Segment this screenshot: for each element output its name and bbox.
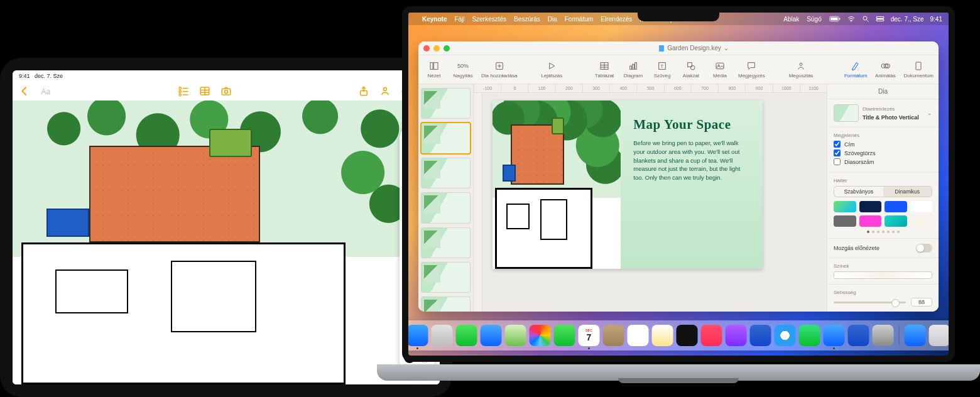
ipad-date: dec. 7. Sze	[35, 73, 63, 79]
dock-keynote[interactable]	[824, 325, 845, 346]
chk-slidenum[interactable]: Diasorszám	[834, 158, 932, 165]
notes-canvas[interactable]	[13, 101, 440, 384]
tb-text[interactable]: T Szöveg	[651, 60, 673, 79]
menu-format[interactable]: Formátum	[565, 16, 594, 23]
bg-swatch-7[interactable]	[910, 215, 933, 227]
doc-icon	[658, 45, 665, 52]
ipad-screen: 9:41 dec. 7. Sze Aa	[13, 70, 440, 384]
tb-chart[interactable]: Diagram	[623, 60, 644, 79]
speed-value[interactable]: 88	[911, 298, 932, 307]
back-icon[interactable]	[19, 85, 30, 97]
search-icon[interactable]	[862, 15, 869, 23]
slide-canvas-area[interactable]: -1000 100200 300400 500600 700800 900100…	[474, 84, 827, 312]
menu-help[interactable]: Súgó	[807, 16, 821, 23]
thumb-6[interactable]	[421, 262, 471, 293]
speed-slider[interactable]	[834, 302, 906, 303]
bg-swatch-3[interactable]	[910, 201, 933, 212]
inspector-tab-slide[interactable]: Dia	[827, 84, 939, 99]
tb-comment[interactable]: Megjegyzés	[738, 60, 765, 79]
app-name[interactable]: Keynote	[422, 16, 447, 23]
checklist-icon[interactable]	[178, 85, 189, 97]
bg-swatch-2[interactable]	[885, 201, 907, 212]
dock-messages[interactable]	[456, 325, 477, 346]
dock-calendar[interactable]: DEC7	[579, 325, 600, 346]
camera-icon[interactable]	[220, 85, 232, 97]
tb-animate[interactable]: Animálás	[874, 60, 896, 79]
menu-insert[interactable]: Beszúrás	[514, 16, 540, 23]
motion-preview-toggle[interactable]	[916, 244, 932, 253]
menu-arrange[interactable]: Elrendezés	[601, 16, 632, 23]
minimize-button[interactable]	[433, 45, 440, 52]
slide-layout-picker[interactable]: Diaelrendezés Title & Photo Vertical ⌄	[834, 104, 932, 122]
mac-screen: Keynote Fájl Szerkesztés Beszúrás Dia Fo…	[402, 6, 955, 362]
dock-maps[interactable]	[505, 325, 526, 346]
dock-safari[interactable]	[775, 325, 796, 346]
chevron-down-icon[interactable]: ⌄	[724, 45, 729, 52]
bg-swatch-1[interactable]	[859, 201, 882, 212]
menu-slide[interactable]: Dia	[548, 16, 557, 23]
macbook-device: Keynote Fájl Szerkesztés Beszúrás Dia Fo…	[377, 0, 980, 397]
menu-file[interactable]: Fájl	[454, 16, 464, 23]
dock-launchpad[interactable]	[432, 325, 453, 346]
bg-swatch-6[interactable]	[885, 215, 907, 227]
bg-swatch-5[interactable]	[859, 215, 882, 227]
tb-play[interactable]: Lejátszás	[541, 60, 562, 79]
dock-podcasts[interactable]	[726, 325, 747, 346]
slide[interactable]: Map Your Space Before we bring pen to pa…	[493, 101, 763, 269]
svg-rect-58	[716, 63, 724, 68]
tb-collab[interactable]: Megosztás	[789, 60, 814, 79]
slide-navigator[interactable]	[418, 84, 474, 312]
svg-text:T: T	[660, 63, 663, 69]
svg-rect-39	[876, 17, 884, 19]
dock-finder[interactable]	[407, 325, 428, 346]
svg-point-16	[225, 90, 228, 94]
slide-body[interactable]: Before we bring pen to paper, we'll walk…	[633, 139, 750, 182]
tb-view[interactable]: Nézet	[423, 60, 445, 79]
bg-mode-segment[interactable]: Szabványos Dinamikus	[834, 186, 932, 197]
dock-reminders[interactable]	[628, 325, 649, 346]
menu-edit[interactable]: Szerkesztés	[472, 16, 506, 23]
dock-notes[interactable]	[652, 325, 673, 346]
tb-shape[interactable]: Alakzat	[680, 60, 702, 79]
thumb-3[interactable]	[421, 158, 471, 188]
close-button[interactable]	[423, 45, 430, 52]
text-style-icon[interactable]: Aa	[40, 85, 52, 97]
colors-gradient[interactable]	[834, 271, 932, 279]
thumb-7[interactable]	[421, 296, 471, 312]
chk-title[interactable]: Cím	[834, 141, 932, 148]
menu-window[interactable]: Ablak	[783, 16, 799, 23]
dock-contacts[interactable]	[603, 325, 624, 346]
dock-downloads[interactable]	[905, 325, 926, 346]
tb-document[interactable]: Dokumentum	[903, 60, 934, 79]
control-center-icon[interactable]	[876, 16, 885, 22]
dock-tv[interactable]	[677, 325, 698, 346]
tb-table[interactable]: Táblázat	[594, 60, 615, 79]
chk-body[interactable]: Szövegtörzs	[834, 150, 932, 156]
dock-appstore[interactable]	[848, 325, 869, 346]
tb-media[interactable]: Média	[709, 60, 731, 79]
menubar-time: 9:41	[930, 16, 942, 23]
slide-title[interactable]: Map Your Space	[633, 117, 750, 133]
thumb-2[interactable]	[421, 122, 471, 153]
dock-facetime[interactable]	[554, 325, 575, 346]
dock-trash[interactable]	[929, 325, 950, 346]
swatch-pager[interactable]	[834, 231, 932, 233]
tb-zoom[interactable]: 50% Nagyítás	[452, 60, 474, 79]
dock-settings[interactable]	[873, 325, 894, 346]
dock-music[interactable]	[701, 325, 722, 346]
layout-name: Title & Photo Vertical	[863, 114, 919, 121]
tb-format[interactable]: Formátum	[844, 60, 867, 79]
thumb-1[interactable]	[421, 88, 471, 119]
bg-swatch-0[interactable]	[834, 201, 856, 212]
thumb-4[interactable]	[421, 192, 471, 223]
table-icon[interactable]	[199, 85, 210, 97]
dock-mail[interactable]	[481, 325, 502, 346]
dock-photos[interactable]	[530, 325, 551, 346]
share-icon[interactable]	[358, 85, 369, 97]
thumb-5[interactable]	[421, 227, 471, 258]
zoom-button[interactable]	[444, 45, 450, 52]
dock-appstore-alt[interactable]	[750, 325, 771, 346]
tb-add-slide[interactable]: Dia hozzáadása	[481, 60, 517, 79]
bg-swatch-4[interactable]	[834, 215, 856, 227]
dock-numbers[interactable]	[799, 325, 820, 346]
